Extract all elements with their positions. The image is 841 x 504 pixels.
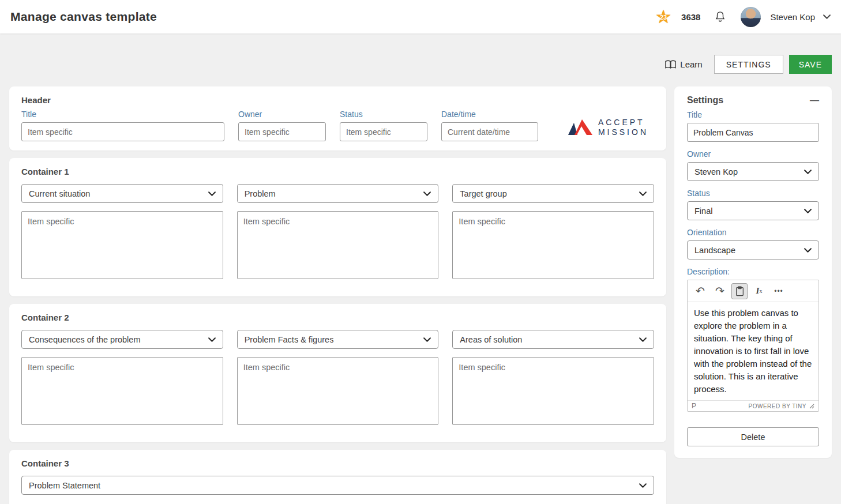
- more-tools-button[interactable]: •••: [771, 283, 787, 299]
- save-button[interactable]: SAVE: [789, 55, 832, 74]
- container-3-title: Container 3: [21, 458, 654, 468]
- settings-panel-header: Settings —: [687, 95, 819, 106]
- container-1-dropdown-2[interactable]: Problem: [237, 184, 439, 203]
- settings-description-label: Description:: [687, 267, 819, 276]
- dropdown-selected-value: Problem Statement: [29, 481, 100, 490]
- chevron-down-icon: [804, 248, 812, 253]
- container-1-column-1: Current situation: [21, 184, 223, 279]
- bell-icon: [715, 11, 726, 22]
- editor-branding: POWERED BY TINY: [749, 403, 814, 409]
- dropdown-selected-value: Areas of solution: [460, 335, 522, 344]
- clear-formatting-button[interactable]: Ix: [751, 283, 767, 299]
- header-title-input[interactable]: [21, 122, 224, 141]
- select-selected-value: Landscape: [694, 246, 735, 255]
- user-menu-chevron-down-icon[interactable]: [823, 14, 831, 19]
- delete-button[interactable]: Delete: [687, 427, 819, 446]
- header-fields-row: Title Owner Status Date/time: [21, 110, 654, 141]
- header-card-title: Header: [21, 95, 654, 105]
- container-2-textarea-1[interactable]: [21, 357, 223, 425]
- select-selected-value: Final: [694, 206, 712, 216]
- header-title-field: Title: [21, 110, 224, 141]
- header-status-input[interactable]: [340, 122, 427, 141]
- container-2-textarea-3[interactable]: [452, 357, 654, 425]
- chevron-down-icon: [208, 191, 216, 196]
- action-row: Learn SETTINGS SAVE: [9, 55, 832, 74]
- header-owner-field: Owner: [238, 110, 326, 141]
- logo-line-1: ACCEPT: [598, 118, 648, 127]
- settings-button[interactable]: SETTINGS: [714, 55, 783, 74]
- star-badge-count: 23: [660, 14, 667, 21]
- container-2-dropdown-1[interactable]: Consequences of the problem: [21, 330, 223, 349]
- container-2-title: Container 2: [21, 313, 654, 322]
- settings-owner-select[interactable]: Steven Kop: [687, 162, 819, 181]
- container-2-textarea-2[interactable]: [237, 357, 439, 425]
- container-1-dropdown-3[interactable]: Target group: [452, 184, 654, 203]
- chevron-down-icon: [804, 209, 812, 213]
- header-datetime-input[interactable]: [441, 122, 538, 141]
- settings-owner-label: Owner: [687, 149, 819, 159]
- resize-grip[interactable]: [809, 404, 814, 409]
- topbar-right-cluster: ★ 23 3638 Steven Kop: [654, 7, 831, 27]
- header-status-field: Status: [340, 110, 427, 141]
- dropdown-selected-value: Problem: [245, 189, 276, 198]
- accept-mission-logo: ACCEPT MISSION: [568, 110, 654, 137]
- editor-toolbar: ↶ ↷ Ix •••: [688, 280, 819, 302]
- learn-button[interactable]: Learn: [665, 59, 702, 69]
- undo-button[interactable]: ↶: [692, 283, 708, 299]
- description-text-area[interactable]: Use this problem canvas to explore the p…: [688, 302, 819, 400]
- header-card: Header Title Owner Status D: [9, 86, 666, 151]
- container-2-column-2: Problem Facts & figures: [237, 330, 439, 425]
- gamification-star-badge[interactable]: ★ 23: [654, 7, 673, 27]
- editor-branding-label: POWERED BY TINY: [749, 403, 806, 409]
- settings-title-input[interactable]: [687, 123, 819, 142]
- chevron-down-icon: [639, 191, 647, 196]
- container-2-dropdown-3[interactable]: Areas of solution: [452, 330, 654, 349]
- container-2-column-1: Consequences of the problem: [21, 330, 223, 425]
- redo-button[interactable]: ↷: [712, 283, 728, 299]
- chevron-down-icon: [639, 337, 647, 342]
- chevron-down-icon: [423, 191, 431, 196]
- paste-button[interactable]: [731, 283, 748, 299]
- undo-icon: ↶: [696, 284, 705, 298]
- logo-line-2: MISSION: [598, 127, 648, 137]
- container-2-grid: Consequences of the problem Problem Fact…: [21, 330, 654, 425]
- dropdown-selected-value: Problem Facts & figures: [245, 335, 334, 344]
- header-owner-input[interactable]: [238, 122, 326, 141]
- clipboard-icon: [735, 286, 745, 296]
- description-rich-text-editor: ↶ ↷ Ix •••: [687, 280, 819, 412]
- accept-mission-logo-text: ACCEPT MISSION: [598, 118, 648, 137]
- settings-status-select[interactable]: Final: [687, 201, 819, 220]
- dropdown-selected-value: Target group: [460, 189, 506, 198]
- settings-orientation-select[interactable]: Landscape: [687, 240, 819, 259]
- container-3-card: Container 3 Problem Statement: [9, 450, 666, 504]
- notifications-button[interactable]: [713, 10, 727, 24]
- user-avatar[interactable]: [741, 7, 761, 27]
- collapse-panel-button[interactable]: —: [810, 96, 819, 105]
- container-2-column-3: Areas of solution: [452, 330, 654, 425]
- editor-element-path: P: [692, 402, 696, 410]
- book-icon: [665, 60, 676, 69]
- container-1-textarea-1[interactable]: [21, 211, 223, 279]
- container-2-dropdown-2[interactable]: Problem Facts & figures: [237, 330, 439, 349]
- user-name: Steven Kop: [770, 12, 815, 22]
- clear-formatting-icon-sub: x: [759, 288, 762, 294]
- top-bar: Manage canvas template ★ 23 3638 Steven …: [0, 0, 841, 33]
- header-owner-label: Owner: [238, 110, 326, 119]
- page-title: Manage canvas template: [10, 10, 157, 24]
- settings-panel-title: Settings: [687, 95, 723, 106]
- container-1-dropdown-1[interactable]: Current situation: [21, 184, 223, 203]
- container-1-grid: Current situation Problem: [21, 184, 654, 279]
- select-selected-value: Steven Kop: [694, 167, 738, 176]
- header-status-label: Status: [340, 110, 427, 119]
- points-counter: 3638: [681, 12, 700, 22]
- redo-icon: ↷: [715, 284, 724, 298]
- container-1-textarea-3[interactable]: [452, 211, 654, 279]
- container-2-card: Container 2 Consequences of the problem …: [9, 304, 666, 442]
- container-1-column-2: Problem: [237, 184, 439, 279]
- dropdown-selected-value: Current situation: [29, 189, 90, 198]
- container-3-dropdown[interactable]: Problem Statement: [21, 476, 654, 495]
- container-1-textarea-2[interactable]: [237, 211, 439, 279]
- chevron-down-icon: [639, 483, 647, 488]
- settings-panel: Settings — Title Owner Steven Kop Status…: [674, 86, 832, 458]
- header-title-label: Title: [21, 110, 224, 119]
